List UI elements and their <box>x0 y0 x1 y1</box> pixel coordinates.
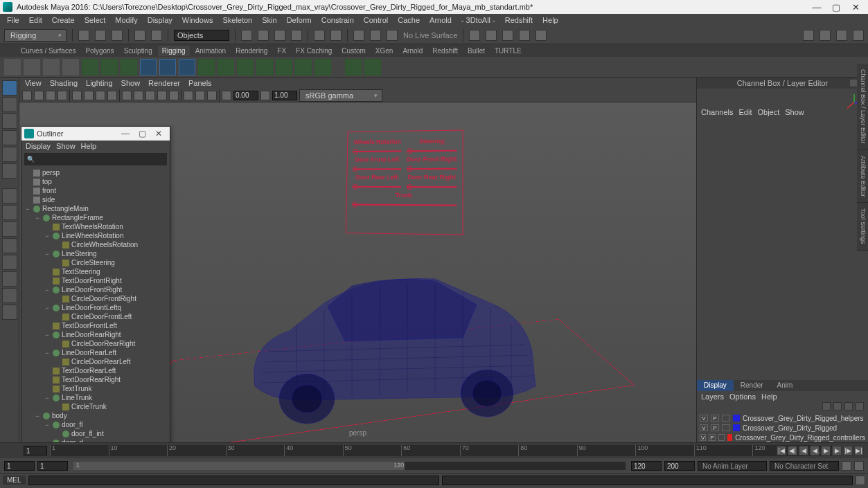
menu-help[interactable]: Help <box>538 15 563 25</box>
exposure-field[interactable]: 0.00 <box>233 91 258 100</box>
move-layer-down-icon[interactable] <box>833 402 842 410</box>
shelf-tab[interactable]: FX <box>273 46 290 56</box>
new-scene-icon[interactable] <box>78 30 89 41</box>
outliner-node[interactable]: CircleSteering <box>21 258 170 267</box>
menu-edit[interactable]: Edit <box>25 15 46 25</box>
menu-windows[interactable]: Windows <box>178 15 218 25</box>
redo-icon[interactable] <box>151 30 162 41</box>
rotate-tool[interactable] <box>2 130 17 145</box>
save-scene-icon[interactable] <box>112 30 123 41</box>
cb-menu-item[interactable]: Channels <box>701 108 733 116</box>
menu-cache[interactable]: Cache <box>393 15 424 25</box>
shelf-lattice-icon[interactable] <box>140 59 157 75</box>
outliner-node[interactable]: door_fl_int <box>21 429 170 438</box>
gamma-field[interactable]: 1.00 <box>272 91 297 100</box>
expand-toggle[interactable]: − <box>34 215 41 222</box>
character-set-dropdown[interactable]: No Character Set <box>770 461 839 471</box>
bookmark-icon[interactable] <box>46 91 55 100</box>
script-language-label[interactable]: MEL <box>3 476 26 485</box>
side-tab[interactable]: Channel Box / Layer Editor <box>857 64 868 150</box>
shelf-blend-icon[interactable] <box>179 59 195 75</box>
shelf-tab[interactable]: Rendering <box>231 46 272 56</box>
shelf-tab[interactable]: Polygons <box>81 46 118 56</box>
three-pane-icon[interactable] <box>2 238 17 253</box>
menu-create[interactable]: Create <box>48 15 79 25</box>
shelf-joint-icon[interactable] <box>82 59 98 75</box>
isolate-icon[interactable] <box>184 91 193 100</box>
grid-icon[interactable] <box>72 91 82 100</box>
menu-arnold[interactable]: Arnold <box>425 15 456 25</box>
outliner-node[interactable]: −LineDoorFrontRight <box>21 285 170 294</box>
close-button[interactable]: ✕ <box>846 1 865 13</box>
textured-icon[interactable] <box>145 91 155 100</box>
expand-toggle[interactable]: − <box>44 395 51 401</box>
outliner-node[interactable]: CircleTrunk <box>21 402 170 411</box>
go-start-icon[interactable]: |◀ <box>777 446 786 455</box>
outliner-menu-item[interactable]: Display <box>26 142 51 150</box>
shelf-icon[interactable] <box>43 59 60 75</box>
layer-row[interactable]: VPCrossover_Grey_Dirty_Rigged_controller… <box>697 433 868 442</box>
shelf-icon[interactable] <box>62 59 79 75</box>
layer-tab[interactable]: Anim <box>770 380 800 391</box>
expand-toggle[interactable]: − <box>44 422 51 428</box>
range-start-field[interactable]: 1 <box>4 461 35 471</box>
outliner-maximize-button[interactable]: ▢ <box>134 129 150 138</box>
lock-camera-icon[interactable] <box>34 91 44 100</box>
range-inner-start-field[interactable]: 1 <box>37 461 68 471</box>
layout-4-icon[interactable] <box>519 30 530 41</box>
outliner-titlebar[interactable]: Outliner — ▢ ✕ <box>21 127 170 141</box>
history-icon[interactable] <box>314 30 325 41</box>
attribute-editor-toggle-icon[interactable] <box>853 30 864 41</box>
step-forward-key-icon[interactable]: |▶ <box>843 446 853 455</box>
shelf-tab[interactable]: TURTLE <box>490 46 526 56</box>
anim-layer-dropdown[interactable]: No Anim Layer <box>698 461 767 471</box>
outliner-node[interactable]: side <box>21 195 170 204</box>
layer-visibility[interactable]: V <box>700 424 708 431</box>
outliner-menu-item[interactable]: Help <box>81 142 97 150</box>
menu-skeleton[interactable]: Skeleton <box>218 15 256 25</box>
outliner-node[interactable]: −LineDoorFrontLeftq <box>21 303 170 312</box>
outliner-node[interactable]: CircleWheelsRotation <box>21 240 170 249</box>
outliner-node[interactable]: front <box>21 186 170 195</box>
script-editor-icon[interactable] <box>856 476 865 485</box>
layer-row[interactable]: VPCrossover_Grey_Dirty_Rigged_helpers <box>697 413 868 423</box>
shelf-orient-icon[interactable] <box>256 59 273 75</box>
outliner-tree[interactable]: persptopfrontside−RectangleMain−Rectangl… <box>21 167 170 442</box>
layer-menu-item[interactable]: Options <box>729 392 756 401</box>
outliner-node[interactable]: −RectangleMain <box>21 204 170 213</box>
range-handle[interactable] <box>73 462 405 470</box>
shaded-icon[interactable] <box>134 91 143 100</box>
layer-type[interactable] <box>718 434 725 441</box>
outliner-node[interactable]: TextDoorFrontLeft <box>21 321 170 330</box>
menu-deform[interactable]: Deform <box>283 15 316 25</box>
layout-5-icon[interactable] <box>535 30 547 41</box>
outliner-node[interactable]: TextDoorRearLeft <box>21 366 170 375</box>
four-pane-icon[interactable] <box>2 205 17 220</box>
step-forward-icon[interactable]: ▶ <box>832 446 842 455</box>
layer-playback[interactable]: P <box>711 415 719 422</box>
time-slider[interactable]: 1 1102030405060708090100110120 1 |◀ ◀| ◀… <box>0 443 868 458</box>
expand-toggle[interactable]: − <box>44 251 51 257</box>
modeling-toolkit-icon[interactable] <box>820 30 831 41</box>
exposure-icon[interactable] <box>222 91 231 100</box>
select-camera-icon[interactable] <box>22 91 32 100</box>
render-icon[interactable] <box>353 30 364 41</box>
shelf-cluster-icon[interactable] <box>159 59 176 75</box>
hyper-layout-icon[interactable] <box>2 288 17 303</box>
outliner-node[interactable]: TextSteering <box>21 267 170 276</box>
shelf-tab[interactable]: Bullet <box>463 46 489 56</box>
outliner-menu-item[interactable]: Show <box>56 142 76 150</box>
shelf-tab[interactable]: Redshift <box>428 46 462 56</box>
xray-icon[interactable] <box>195 91 205 100</box>
side-tab[interactable]: Attribute Editor <box>857 150 868 204</box>
menu-select[interactable]: Select <box>80 15 110 25</box>
panel-menu-item[interactable]: Show <box>121 79 141 87</box>
last-tool[interactable] <box>2 163 17 179</box>
menu-control[interactable]: Control <box>360 15 392 25</box>
outliner-close-button[interactable]: ✕ <box>150 129 167 138</box>
layout-2-icon[interactable] <box>486 30 497 41</box>
layer-menu-item[interactable]: Help <box>761 392 777 401</box>
panel-menu-item[interactable]: Lighting <box>86 79 113 87</box>
shelf-tab[interactable]: Custom <box>337 46 369 56</box>
resolution-gate-icon[interactable] <box>96 91 105 100</box>
